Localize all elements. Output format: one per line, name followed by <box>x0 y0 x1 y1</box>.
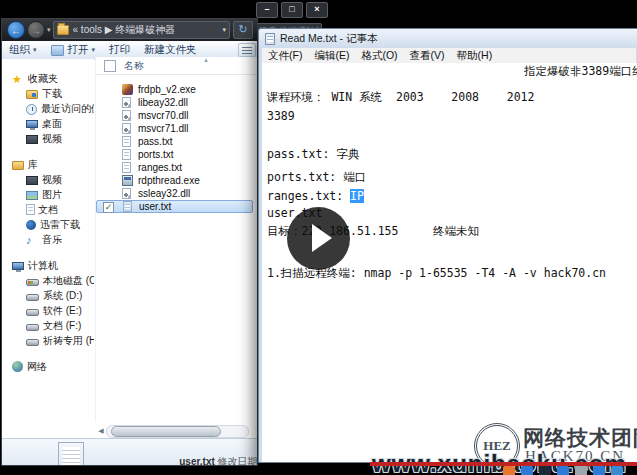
dll-file-icon <box>122 188 131 199</box>
sidebar-item[interactable]: 库 <box>2 157 94 172</box>
text-file-icon <box>58 442 84 465</box>
sidebar-item[interactable]: 祈祷专用 (H:) <box>2 333 94 348</box>
sidebar-item[interactable]: 视频 <box>2 172 94 187</box>
close-button[interactable]: × <box>306 2 328 18</box>
select-all-checkbox[interactable] <box>104 60 116 72</box>
drive-icon <box>26 309 39 316</box>
sidebar-item-label: 网络 <box>27 360 47 374</box>
tray-icon[interactable] <box>557 466 569 475</box>
menu-item[interactable]: 格式(O) <box>355 49 403 63</box>
details-pane: user.txt 修改日期: 2016/6/4 17:26 文本文档 大小: 1… <box>2 438 257 465</box>
sidebar-item-label: 图片 <box>42 188 62 202</box>
file-row[interactable]: frdpb_v2.exe <box>96 83 253 96</box>
play-button[interactable] <box>287 207 350 270</box>
txt-file-icon <box>123 201 132 212</box>
sidebar-item-label: 下载 <box>42 87 62 101</box>
scroll-left-arrow-icon[interactable]: ◀ <box>96 426 106 436</box>
sidebar-item[interactable]: 文档 (F:) <box>2 318 94 333</box>
back-button[interactable]: ← <box>7 21 25 39</box>
sidebar-item[interactable]: 网络 <box>2 359 94 374</box>
column-header-row[interactable]: 名称 ▲ <box>96 57 257 75</box>
toolbar-button[interactable]: 组织 ▾ <box>2 41 44 59</box>
notepad-line: pass.txt: 字典 <box>267 147 359 162</box>
toolbar-button-label: 新建文件夹 <box>144 43 197 57</box>
file-row[interactable]: ssleay32.dll <box>96 187 253 200</box>
music-icon: ♪ <box>26 234 38 246</box>
drive-c-icon <box>26 279 39 286</box>
file-row[interactable]: ✓ user.txt <box>96 200 253 213</box>
notepad-title-bar[interactable]: Read Me.txt - 记事本 <box>259 29 637 48</box>
file-row[interactable]: msvcr71.dll <box>96 122 253 135</box>
sidebar-item[interactable]: 图片 <box>2 187 94 202</box>
sidebar-item[interactable]: ♪ 音乐 <box>2 232 94 247</box>
breadcrumb[interactable]: « tools ▶ 终端爆破神器 <box>73 23 220 37</box>
txt-file-icon <box>122 149 131 160</box>
dll-file-icon <box>122 110 131 121</box>
dll-file-icon <box>122 123 131 134</box>
maximize-button[interactable]: □ <box>281 2 303 18</box>
sidebar-item[interactable]: 桌面 <box>2 116 94 131</box>
menu-item[interactable]: 帮助(H) <box>451 49 499 63</box>
breadcrumb-dropdown-icon[interactable]: ▾ <box>222 26 226 34</box>
sidebar-item-label: 视频 <box>42 132 62 146</box>
tray-icon[interactable] <box>521 466 533 475</box>
sidebar-item[interactable]: ★ 收藏夹 <box>2 71 94 86</box>
sidebar-item[interactable]: 视频 <box>2 131 94 146</box>
recent-pages-dropdown-icon[interactable]: ▾ <box>47 26 51 34</box>
pictures-icon <box>26 191 38 200</box>
name-column-header[interactable]: 名称 <box>124 59 144 73</box>
file-row[interactable]: msvcr70.dll <box>96 109 253 122</box>
taskbar-tray-icons <box>503 466 623 475</box>
file-name: libeay32.dll <box>138 97 188 108</box>
menu-item[interactable]: 查看(V) <box>404 49 451 63</box>
address-bar: ← → ▾ « tools ▶ 终端爆破神器 ▾ ↻ <box>2 19 257 41</box>
tray-icon[interactable] <box>575 466 587 475</box>
recent-places-icon <box>26 104 37 115</box>
sidebar-item[interactable]: 迅雷下载 <box>2 217 94 232</box>
tray-icon[interactable] <box>611 466 623 475</box>
toolbar-button[interactable]: 打开 ▾ <box>44 41 103 59</box>
sidebar-item-label: 计算机 <box>28 259 58 273</box>
status-file-name: user.txt <box>179 456 215 465</box>
txt-file-icon <box>122 162 131 173</box>
file-checkbox[interactable]: ✓ <box>103 202 114 213</box>
file-row[interactable]: rdpthread.exe <box>96 174 253 187</box>
minimize-button[interactable]: – <box>256 2 278 18</box>
sidebar-item-label: 视频 <box>42 173 62 187</box>
forward-button[interactable]: → <box>27 21 45 39</box>
folder-icon <box>57 25 69 35</box>
file-row[interactable]: ports.txt <box>96 148 253 161</box>
chevron-down-icon: ▾ <box>33 46 37 54</box>
sidebar-item[interactable]: 最近访问的位置 <box>2 101 94 116</box>
change-view-button[interactable] <box>238 43 256 57</box>
menu-item[interactable]: 编辑(E) <box>308 49 355 63</box>
sidebar-item-label: 库 <box>28 158 38 172</box>
sidebar-item[interactable]: 计算机 <box>2 258 94 273</box>
tray-icon[interactable] <box>593 466 605 475</box>
navigation-pane: ★ 收藏夹 下载 最近访问的位置 桌面 <box>2 59 94 421</box>
horizontal-scrollbar[interactable]: ◀ <box>96 425 249 437</box>
sidebar-item[interactable]: 系统 (D:) <box>2 288 94 303</box>
scrollbar-track[interactable] <box>106 425 249 438</box>
sidebar-item[interactable]: 文档 <box>2 202 94 217</box>
toolbar-button-label: 打印 <box>109 43 130 57</box>
menu-item[interactable]: 文件(F) <box>262 49 308 63</box>
sidebar-item-label: 祈祷专用 (H:) <box>43 334 94 348</box>
notepad-line: 3389 <box>267 109 295 124</box>
tray-icon[interactable] <box>539 466 551 475</box>
refresh-button[interactable]: ↻ <box>233 21 253 39</box>
download-folder-icon <box>26 90 38 99</box>
file-name: ssleay32.dll <box>138 188 190 199</box>
sidebar-item[interactable]: 下载 <box>2 86 94 101</box>
sidebar-item-label: 迅雷下载 <box>40 218 80 232</box>
sidebar-item[interactable]: 本地磁盘 (C:) <box>2 273 94 288</box>
file-row[interactable]: ranges.txt <box>96 161 253 174</box>
video-icon <box>26 135 38 144</box>
scrollbar-thumb[interactable] <box>111 426 221 437</box>
file-row[interactable]: libeay32.dll <box>96 96 253 109</box>
file-name: frdpb_v2.exe <box>138 84 196 95</box>
tray-icon[interactable] <box>503 466 515 475</box>
sidebar-item[interactable]: 软件 (E:) <box>2 303 94 318</box>
breadcrumb-field[interactable]: « tools ▶ 终端爆破神器 ▾ <box>53 21 230 39</box>
file-row[interactable]: pass.txt <box>96 135 253 148</box>
